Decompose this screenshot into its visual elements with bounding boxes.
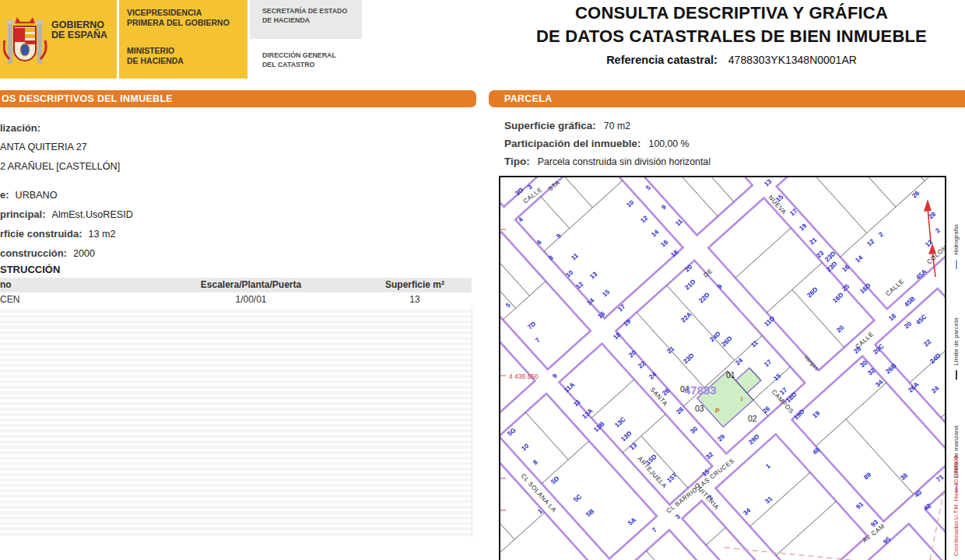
gobierno-caption: GOBIERNO DE ESPAÑA — [51, 20, 107, 40]
ministry-block: VICEPRESIDENCIA PRIMERA DEL GOBIERNO MIN… — [119, 0, 247, 79]
secretaria-label: SECRETARÍA DE ESTADO DE HACIENDA — [262, 7, 347, 25]
property-field-row: e:URBANO — [0, 185, 467, 205]
parcel-fields: Superficie gráfica:70 m2Participación de… — [504, 117, 940, 170]
property-field-row: principal:AlmEst.UsoRESID — [0, 205, 467, 224]
legend-item-label: Límite de parcela — [953, 318, 960, 366]
house-number-label: 19 — [798, 222, 809, 233]
house-number-label: 7 — [651, 526, 658, 534]
direccion-label: DIRECCIÓN GENERAL DEL CATASTRO — [262, 51, 336, 69]
cadastral-map: CALLESTANUEVADESANTAQUITERIACAMPOSVargas… — [500, 177, 945, 560]
construction-col-header: no — [0, 278, 144, 292]
field-label: lización: — [0, 122, 40, 134]
house-number-label: 9 — [660, 203, 668, 212]
field-value: Parcela construida sin división horizont… — [538, 156, 711, 167]
government-logo-block: GOBIERNO DE ESPAÑA — [0, 0, 117, 79]
field-label: Participación del inmueble: — [504, 138, 641, 149]
parcel-marker-label: I — [741, 395, 742, 403]
utm-coordinate-value: 4 438.650 — [509, 373, 539, 380]
construction-col-header: Escalera/Planta/Puerta — [144, 278, 358, 292]
title-line2: DE DATOS CATASTRALES DE BIEN INMUEBLE — [498, 26, 965, 47]
field-label: e: — [0, 189, 9, 201]
construction-table-row: CEN1/00/0113 — [0, 292, 472, 306]
construction-section-title: STRUCCIÓN — [0, 264, 60, 275]
field-label: rficie construida: — [0, 228, 82, 240]
section-bar-datos-descriptivos: OS DESCRIPTIVOS DEL INMUEBLE — [0, 90, 476, 107]
house-number-label: 91 — [854, 500, 865, 511]
construction-table-header: noEscalera/Planta/PuertaSuperficie m² — [0, 278, 472, 292]
field-label: Superficie gráfica: — [504, 120, 596, 131]
field-label: Tipo: — [504, 156, 530, 167]
legend-line-swatch — [956, 370, 957, 380]
house-number-label: 21 — [808, 236, 819, 247]
ministerio-label: MINISTERIO DE HACIENDA — [127, 46, 184, 66]
vicepresidencia-label: VICEPRESIDENCIA PRIMERA DEL GOBIERNO — [127, 8, 230, 28]
parcel-field-row: Tipo:Parcela construida sin división hor… — [504, 152, 940, 170]
title-line1: CONSULTA DESCRIPTIVA Y GRÁFICA — [498, 3, 965, 23]
field-value: AlmEst.UsoRESID — [52, 209, 133, 220]
property-field-row: rficie construida:13 m2 — [0, 224, 467, 243]
property-field-row: 2 ARAÑUEL [CASTELLÓN] — [0, 157, 467, 177]
construction-cell: 1/00/01 — [144, 292, 358, 306]
legend-item-label: Hidrografía — [953, 224, 960, 255]
house-number-label: 9 — [551, 372, 559, 380]
reference-label: Referencia catastral: — [606, 54, 718, 66]
table-empty-striped-rows — [0, 307, 472, 537]
house-number-label: 18 — [887, 312, 898, 323]
field-spacer — [0, 177, 467, 185]
reference-value: 4788303YK1348N0001AR — [728, 54, 857, 66]
cadastral-reference: Referencia catastral:4788303YK1348N0001A… — [498, 54, 965, 66]
construction-table-body: CEN1/00/0113 — [0, 292, 472, 306]
construction-cell: CEN — [0, 292, 144, 306]
construction-cell: 13 — [358, 292, 472, 306]
parcel-marker-label: P — [715, 407, 720, 415]
parcel-field-row: Superficie gráfica:70 m2 — [504, 117, 940, 135]
manzana-number-label: 47883 — [684, 383, 717, 397]
secretary-block: SECRETARÍA DE ESTADO DE HACIENDA DIRECCI… — [250, 0, 362, 79]
document-title: CONSULTA DESCRIPTIVA Y GRÁFICA DE DATOS … — [498, 3, 965, 66]
property-field-row: lización: — [0, 118, 467, 138]
house-number-label: 30 — [689, 425, 700, 436]
property-descriptive-fields: lización:ANTA QUITERIA 272 ARAÑUEL [CAST… — [0, 118, 467, 263]
parcel-number-label: 01 — [726, 370, 735, 380]
field-value: 13 m2 — [88, 229, 115, 240]
house-number-label: 45B — [903, 295, 917, 309]
house-number-label: 13 — [763, 177, 774, 187]
field-value: 2000 — [73, 248, 95, 259]
utm-coordinates-label: Coordenadas U.T.M. Huso 30 ETRS89 — [953, 456, 960, 556]
spain-coat-of-arms-icon — [3, 9, 50, 72]
cadastral-consultation-page: GOBIERNO DE ESPAÑA VICEPRESIDENCIA PRIME… — [0, 0, 965, 560]
cadastral-map-frame: CALLESTANUEVADESANTAQUITERIACAMPOSVargas… — [499, 176, 946, 560]
parcel-number-label: 02 — [748, 414, 757, 423]
field-value: ANTA QUITERIA 27 — [0, 142, 87, 152]
field-value: 100,00 % — [649, 138, 690, 149]
legend-line-swatch — [956, 260, 957, 269]
field-label: construcción: — [0, 247, 67, 259]
field-value: 2 ARAÑUEL [CASTELLÓN] — [0, 161, 120, 172]
section-bar-parcela: PARCELA — [489, 90, 965, 107]
property-field-row: construcción:2000 — [0, 243, 467, 263]
construction-col-header: Superficie m² — [358, 278, 472, 292]
property-field-row: ANTA QUITERIA 27 — [0, 138, 467, 157]
parcel-field-row: Participación del inmueble:100,00 % — [504, 135, 940, 152]
field-value: 70 m2 — [604, 121, 630, 131]
construction-table: noEscalera/Planta/PuertaSuperficie m² CE… — [0, 278, 472, 306]
house-number-label: 3 — [674, 513, 682, 521]
field-label: principal: — [0, 208, 46, 220]
parcel-number-label: 03 — [695, 404, 704, 413]
field-value: URBANO — [16, 190, 58, 201]
